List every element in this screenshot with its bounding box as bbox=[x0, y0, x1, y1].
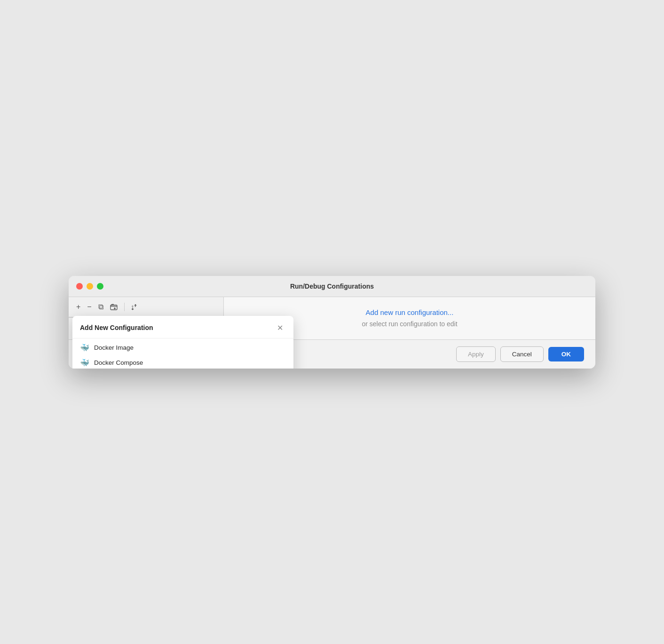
add-config-hint[interactable]: Add new run configuration... bbox=[366, 308, 454, 316]
add-configuration-button[interactable]: + bbox=[74, 301, 82, 313]
titlebar: Run/Debug Configurations bbox=[69, 276, 595, 297]
item-label: Docker Compose bbox=[94, 359, 143, 366]
cancel-button[interactable]: Cancel bbox=[500, 346, 544, 362]
item-label: Docker Image bbox=[94, 344, 134, 351]
select-config-hint: or select run configuration to edit bbox=[362, 320, 457, 328]
toolbar-separator bbox=[124, 303, 125, 311]
dropdown-header: Add New Configuration ✕ bbox=[72, 320, 293, 338]
list-item[interactable]: 🐳 Docker Compose bbox=[72, 355, 293, 369]
copy-configuration-button[interactable]: ⧉ bbox=[96, 301, 105, 313]
docker-image-icon: 🐳 bbox=[80, 343, 89, 353]
svg-rect-0 bbox=[111, 305, 117, 310]
list-item[interactable]: 🐳 Docker Image bbox=[72, 340, 293, 355]
docker-compose-icon: 🐳 bbox=[80, 358, 89, 368]
footer-right: Apply Cancel OK bbox=[456, 346, 584, 362]
main-content: + − ⧉ a z bbox=[69, 297, 595, 339]
remove-configuration-button[interactable]: − bbox=[85, 301, 93, 313]
maximize-button[interactable] bbox=[97, 283, 103, 290]
toolbar: + − ⧉ a z bbox=[69, 297, 223, 317]
sort-button[interactable]: a z bbox=[129, 301, 141, 313]
titlebar-buttons bbox=[76, 283, 103, 290]
close-button[interactable] bbox=[76, 283, 83, 290]
apply-button[interactable]: Apply bbox=[456, 346, 496, 362]
left-panel: + − ⧉ a z bbox=[69, 297, 224, 339]
ok-button[interactable]: OK bbox=[548, 347, 584, 361]
dropdown-title: Add New Configuration bbox=[80, 324, 153, 331]
minimize-button[interactable] bbox=[87, 283, 93, 290]
dropdown-close-button[interactable]: ✕ bbox=[274, 322, 286, 333]
svg-text:a: a bbox=[132, 304, 134, 307]
new-folder-button[interactable] bbox=[108, 301, 119, 313]
dialog-title: Run/Debug Configurations bbox=[290, 283, 374, 290]
add-config-dropdown: Add New Configuration ✕ 🐳 Docker Image 🐳… bbox=[72, 316, 293, 369]
run-debug-dialog: Run/Debug Configurations + − ⧉ bbox=[69, 276, 595, 369]
